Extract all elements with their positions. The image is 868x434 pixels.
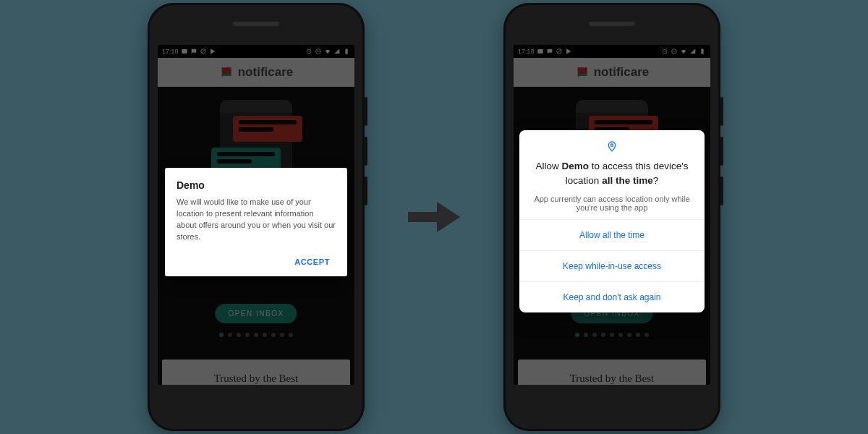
arrow-right-icon: [408, 200, 460, 234]
permission-dialog: Allow Demo to access this device's locat…: [519, 130, 705, 312]
phone-left: 17:18 notificare: [148, 3, 365, 431]
dialog-body: We will would like to make use of your l…: [176, 197, 336, 243]
phone-right: 17:18 notificare: [503, 3, 720, 431]
keep-while-in-use-button[interactable]: Keep while-in-use access: [519, 250, 705, 281]
screen: 17:18 notificare: [514, 45, 710, 385]
permission-message: Allow Demo to access this device's locat…: [534, 159, 690, 187]
allow-all-time-button[interactable]: Allow all the time: [519, 219, 705, 250]
screen: 17:18 notificare: [158, 45, 354, 385]
location-pin-icon: [534, 140, 690, 155]
accept-button[interactable]: ACCEPT: [289, 253, 336, 271]
rationale-dialog: Demo We will would like to make use of y…: [165, 168, 347, 276]
svg-point-14: [610, 144, 613, 146]
permission-subtext: App currently can access location only w…: [534, 195, 690, 212]
dont-ask-again-button[interactable]: Keep and don't ask again: [519, 281, 705, 312]
dialog-title: Demo: [176, 179, 336, 191]
